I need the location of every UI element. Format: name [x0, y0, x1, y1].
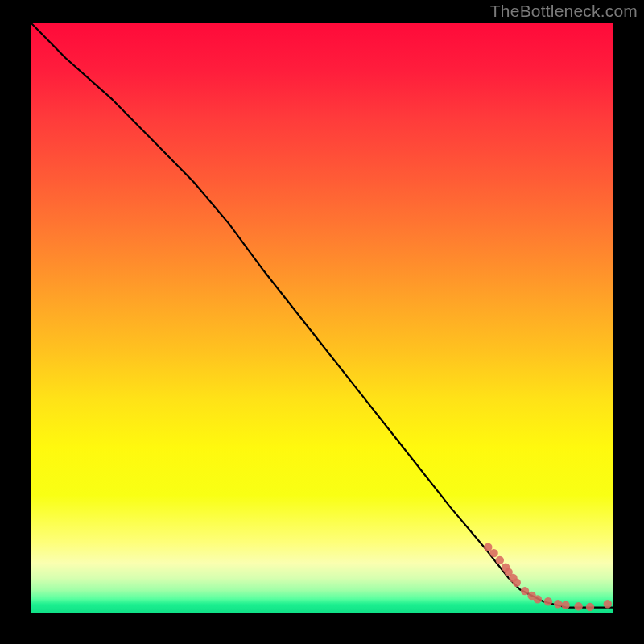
svg-point-15 — [604, 600, 612, 608]
svg-point-7 — [521, 587, 529, 595]
svg-point-12 — [561, 601, 569, 609]
chart-line — [31, 23, 613, 608]
svg-point-9 — [534, 595, 542, 603]
svg-point-1 — [489, 549, 497, 557]
chart-plot-area — [31, 23, 613, 613]
svg-point-13 — [574, 602, 582, 610]
watermark-text: TheBottleneck.com — [490, 2, 638, 21]
svg-point-14 — [586, 603, 594, 611]
chart-markers — [484, 543, 612, 612]
svg-point-6 — [513, 579, 521, 587]
svg-point-11 — [554, 600, 562, 608]
chart-frame: TheBottleneck.com — [0, 0, 644, 644]
chart-svg — [31, 23, 613, 613]
svg-point-10 — [544, 597, 552, 605]
svg-point-2 — [496, 556, 504, 564]
